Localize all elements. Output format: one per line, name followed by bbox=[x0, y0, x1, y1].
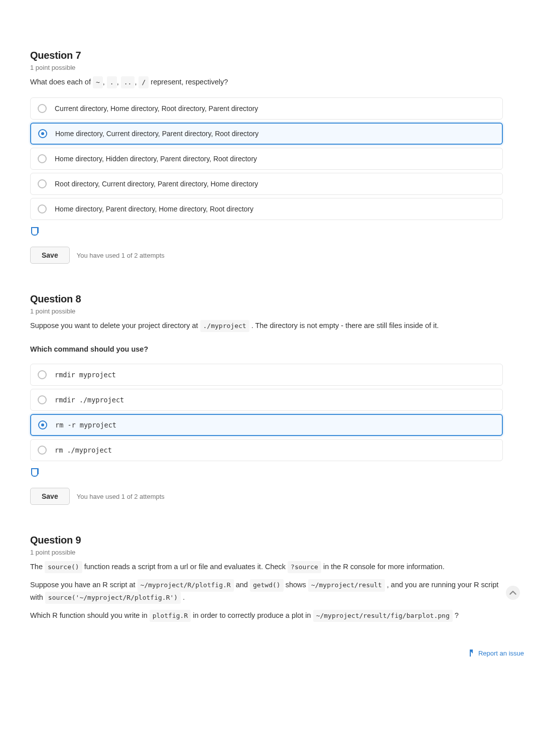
question-title-prefix: Question bbox=[30, 534, 73, 546]
q7-option-3[interactable]: Root directory, Current directory, Paren… bbox=[30, 173, 503, 195]
code-chip-tilde: ~ bbox=[93, 76, 103, 88]
points-label: 1 point possible bbox=[30, 307, 503, 315]
q7-option-4[interactable]: Home directory, Parent directory, Home d… bbox=[30, 198, 503, 220]
p2-b: and bbox=[236, 581, 248, 589]
p1-a: The bbox=[30, 563, 43, 571]
q7-option-1[interactable]: Home directory, Current directory, Paren… bbox=[30, 123, 503, 145]
option-text: Root directory, Current directory, Paren… bbox=[55, 180, 258, 188]
radio-icon bbox=[38, 420, 47, 429]
bookmark-row bbox=[31, 227, 503, 238]
radio-icon bbox=[38, 129, 47, 138]
question-title: Question 7 bbox=[30, 50, 503, 61]
q7-option-2[interactable]: Home directory, Hidden directory, Parent… bbox=[30, 148, 503, 170]
p3-b: in order to correctly produce a plot in bbox=[193, 611, 311, 619]
code-chip-source-call: source('~/myproject/R/plotfig.R') bbox=[45, 592, 181, 604]
q8-option-1[interactable]: rmdir ./myproject bbox=[30, 389, 503, 411]
radio-icon bbox=[38, 204, 47, 213]
question-8: Question 8 1 point possible Suppose you … bbox=[30, 294, 503, 505]
question-title-prefix: Question bbox=[30, 50, 73, 61]
flag-icon bbox=[469, 650, 475, 657]
code-chip-source: source() bbox=[45, 561, 82, 573]
question-title: Question 8 bbox=[30, 294, 503, 304]
code-chip-plotfig-path: ~/myproject/R/plotfig.R bbox=[138, 579, 234, 591]
bookmark-icon[interactable] bbox=[31, 468, 38, 477]
question-prompt-part1: The source() function reads a script fro… bbox=[30, 561, 503, 573]
q7-option-0[interactable]: Current directory, Home directory, Root … bbox=[30, 97, 503, 120]
radio-icon bbox=[38, 179, 47, 188]
option-text: Current directory, Home directory, Root … bbox=[55, 104, 258, 113]
code-chip-result-path: ~/myproject/result bbox=[308, 579, 385, 591]
code-chip-getwd: getwd() bbox=[250, 579, 284, 591]
bookmark-icon[interactable] bbox=[31, 227, 38, 236]
q8-options: rmdir myproject rmdir ./myproject rm -r … bbox=[30, 364, 503, 461]
option-text: rmdir myproject bbox=[55, 371, 116, 379]
q8-save-row: Save You have used 1 of 2 attempts bbox=[30, 488, 503, 505]
report-label: Report an issue bbox=[478, 650, 524, 657]
quiz-page: Question 7 1 point possible What does ea… bbox=[0, 0, 533, 661]
report-issue-link[interactable]: Report an issue bbox=[469, 650, 524, 657]
question-number: 8 bbox=[75, 293, 81, 304]
q8-option-0[interactable]: rmdir myproject bbox=[30, 364, 503, 386]
prompt-part1: Suppose you want to delete your project … bbox=[30, 321, 198, 330]
question-prompt-part3: Which R function should you write in plo… bbox=[30, 610, 503, 622]
p3-a: Which R function should you write in bbox=[30, 611, 148, 619]
points-label: 1 point possible bbox=[30, 64, 503, 71]
code-chip-plotfig: plotfig.R bbox=[150, 610, 191, 622]
points-label: 1 point possible bbox=[30, 549, 503, 556]
p2-a: Suppose you have an R script at bbox=[30, 581, 136, 589]
radio-icon bbox=[38, 104, 47, 113]
option-text: rmdir ./myproject bbox=[55, 396, 124, 404]
p3-c: ? bbox=[455, 611, 459, 619]
p2-c: shows bbox=[286, 581, 306, 589]
code-chip-slash: / bbox=[139, 76, 149, 88]
question-title-prefix: Question bbox=[30, 293, 73, 304]
attempts-hint: You have used 1 of 2 attempts bbox=[77, 493, 165, 500]
code-chip-out-path: ~/myproject/result/fig/barplot.png bbox=[313, 610, 453, 622]
save-button[interactable]: Save bbox=[30, 247, 70, 264]
scroll-up-button[interactable] bbox=[506, 586, 520, 600]
option-text: rm ./myproject bbox=[55, 446, 112, 454]
radio-icon bbox=[38, 154, 47, 163]
option-text: rm -r myproject bbox=[55, 421, 116, 429]
question-title: Question 9 bbox=[30, 535, 503, 546]
p2-e: . bbox=[183, 593, 185, 601]
q8-option-3[interactable]: rm ./myproject bbox=[30, 439, 503, 461]
code-chip-dotdot: .. bbox=[121, 76, 135, 88]
prompt-part2: . The directory is not empty - there are… bbox=[251, 321, 439, 330]
prompt-strong: Which command should you use? bbox=[30, 345, 148, 353]
q7-options: Current directory, Home directory, Root … bbox=[30, 97, 503, 220]
question-number: 7 bbox=[75, 50, 81, 61]
question-prompt-part2: Suppose you have an R script at ~/myproj… bbox=[30, 579, 503, 603]
option-text: Home directory, Parent directory, Home d… bbox=[55, 205, 253, 213]
attempts-hint: You have used 1 of 2 attempts bbox=[77, 252, 165, 259]
question-7: Question 7 1 point possible What does ea… bbox=[30, 50, 503, 264]
q8-option-2[interactable]: rm -r myproject bbox=[30, 414, 503, 436]
question-number: 9 bbox=[75, 534, 81, 546]
radio-icon bbox=[38, 395, 47, 404]
prompt-tail: represent, respectively? bbox=[151, 78, 228, 86]
option-text: Home directory, Hidden directory, Parent… bbox=[55, 155, 257, 163]
bookmark-row bbox=[31, 468, 503, 479]
q7-save-row: Save You have used 1 of 2 attempts bbox=[30, 247, 503, 264]
code-chip-help-source: ?source bbox=[288, 561, 321, 573]
question-prompt: What does each of ~, ., .., / represent,… bbox=[30, 76, 503, 88]
p1-c: in the R console for more information. bbox=[323, 563, 445, 571]
radio-icon bbox=[38, 446, 47, 455]
question-prompt: Suppose you want to delete your project … bbox=[30, 320, 503, 355]
chevron-up-icon bbox=[509, 589, 516, 596]
save-button[interactable]: Save bbox=[30, 488, 70, 505]
p1-b: function reads a script from a url or fi… bbox=[84, 563, 286, 571]
option-text: Home directory, Current directory, Paren… bbox=[55, 130, 258, 138]
radio-icon bbox=[38, 370, 47, 379]
code-chip-dot: . bbox=[107, 76, 117, 88]
question-9: Question 9 1 point possible The source()… bbox=[30, 535, 503, 622]
code-chip-myproject: ./myproject bbox=[200, 320, 249, 332]
prompt-lead: What does each of bbox=[30, 78, 91, 86]
